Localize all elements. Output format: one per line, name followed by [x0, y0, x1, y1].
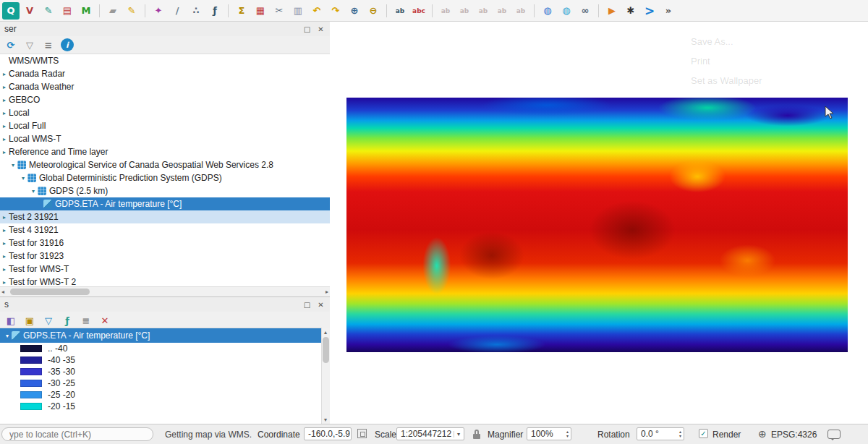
tree-expand-arrow[interactable]: ▸: [0, 227, 9, 234]
collapse-all-icon[interactable]: ≡: [42, 38, 55, 51]
tree-item-test-for-31916[interactable]: ▸ Test for 31916: [0, 236, 330, 249]
vertex-tool-icon[interactable]: ∴: [187, 2, 205, 20]
toolbar-separator[interactable]: [228, 4, 229, 17]
toolbar-separator[interactable]: [99, 4, 100, 17]
field-calculator-icon[interactable]: ▥: [289, 2, 307, 20]
print-layout-icon[interactable]: ▤: [59, 2, 76, 20]
scroll-up-icon[interactable]: ▴: [324, 328, 327, 337]
tree-item-test-for-wms-t-2[interactable]: ▸ Test for WMS-T 2: [0, 276, 330, 287]
tree-expand-arrow[interactable]: ▾: [9, 162, 17, 168]
legend-item[interactable]: -20 -15: [0, 401, 321, 412]
close-panel-icon[interactable]: ✕: [316, 300, 326, 309]
tree-item-canada-radar[interactable]: ▸ Canada Radar: [0, 67, 330, 80]
remove-layer-icon[interactable]: ✕: [98, 314, 111, 327]
label-abc-icon[interactable]: abc: [410, 2, 427, 20]
tree-expand-arrow[interactable]: ▾: [29, 188, 38, 195]
dropdown-arrow-icon[interactable]: ▾: [454, 431, 460, 437]
tree-item-gdps-25km[interactable]: ▾ GDPS (2.5 km): [0, 184, 330, 197]
zoom-in-icon[interactable]: ⊕: [346, 2, 363, 20]
label-unpin-icon[interactable]: ab: [456, 2, 473, 20]
filter-browser-icon[interactable]: ▽: [23, 38, 36, 51]
tree-item-gebco[interactable]: ▸ GEBCO: [0, 93, 330, 106]
tree-item-test-2-31921[interactable]: ▸ Test 2 31921: [0, 210, 330, 223]
scroll-left-icon[interactable]: ◂: [1, 287, 4, 296]
tree-expand-arrow[interactable]: ▸: [0, 136, 9, 142]
scrollbar-thumb[interactable]: [10, 289, 90, 295]
magnifier-spinbox[interactable]: 100% ▴▾: [527, 427, 571, 440]
web-globe-icon[interactable]: ◍: [558, 2, 575, 20]
legend-item[interactable]: -25 -20: [0, 389, 321, 401]
metasearch-globe-icon[interactable]: ◍: [539, 2, 556, 20]
close-panel-icon[interactable]: ✕: [316, 25, 326, 34]
layers-vertical-scrollbar[interactable]: ▴ ▾: [321, 328, 330, 424]
search-binoculars-icon[interactable]: ∞: [576, 2, 594, 20]
tree-expand-arrow[interactable]: ▸: [0, 214, 9, 221]
scrollbar-thumb[interactable]: [323, 337, 329, 363]
rotation-spinbox[interactable]: 0.0 ° ▴▾: [637, 427, 684, 440]
statistics-icon[interactable]: Σ: [233, 2, 250, 20]
spinbox-arrows-icon[interactable]: ▴▾: [679, 430, 681, 438]
coordinate-input[interactable]: -160.0,-5.9: [304, 427, 352, 440]
expression-builder-icon[interactable]: ƒ: [206, 2, 224, 20]
tree-expand-arrow[interactable]: ▸: [0, 253, 9, 260]
extents-icon[interactable]: [357, 429, 367, 438]
open-layer-styling-icon[interactable]: ◧: [4, 314, 17, 327]
legend-item[interactable]: -40 -35: [0, 354, 321, 366]
refresh-icon[interactable]: ⟳: [4, 38, 17, 51]
tree-expand-arrow[interactable]: ▸: [0, 123, 9, 129]
measure-line-icon[interactable]: /: [169, 2, 186, 20]
tree-item-local-full[interactable]: ▸ Local Full: [0, 119, 330, 132]
map-view[interactable]: Save As...PrintSet as Wallpaper: [331, 22, 868, 424]
map-template-icon[interactable]: M: [77, 2, 95, 20]
processing-run-icon[interactable]: ▶: [603, 2, 621, 20]
filter-legend-icon[interactable]: ▽: [42, 314, 55, 327]
edit-pencil-icon[interactable]: ✎: [40, 2, 57, 20]
tree-item-wms-wmts[interactable]: WMS/WMTS: [0, 54, 330, 67]
tree-item-local-wms-t[interactable]: ▸ Local WMS-T: [0, 132, 330, 145]
qgis-logo-icon[interactable]: Q: [2, 2, 20, 20]
tree-expand-arrow[interactable]: ▸: [0, 110, 9, 116]
locator-input[interactable]: [1, 427, 153, 441]
undock-panel-icon[interactable]: □: [302, 25, 312, 34]
map-canvas-raster[interactable]: [346, 98, 848, 352]
label-show-hide-icon[interactable]: ab: [475, 2, 492, 20]
tree-expand-arrow[interactable]: ▸: [0, 71, 9, 77]
label-pin-icon[interactable]: ab: [437, 2, 454, 20]
crs-value[interactable]: EPSG:4326: [771, 430, 817, 440]
legend-item[interactable]: -35 -30: [0, 366, 321, 377]
tree-item-test-for-31923[interactable]: ▸ Test for 31923: [0, 249, 330, 262]
toolbar-separator[interactable]: [598, 4, 599, 17]
attribute-table-icon[interactable]: ▦: [252, 2, 269, 20]
scale-lock-icon[interactable]: [473, 430, 480, 439]
label-toggle-icon[interactable]: ab: [391, 2, 409, 20]
crs-icon[interactable]: ⊕: [758, 428, 767, 440]
scale-combobox[interactable]: 1:205447212 ▾: [396, 427, 464, 440]
messages-bubble-icon[interactable]: [827, 430, 841, 439]
tree-item-gdps-eta-air-temperature[interactable]: GDPS.ETA - Air temperature [°C]: [0, 197, 330, 210]
add-group-icon[interactable]: ▣: [23, 314, 36, 327]
tree-item-test-4-31921[interactable]: ▸ Test 4 31921: [0, 223, 330, 236]
tree-item-local[interactable]: ▸ Local: [0, 106, 330, 119]
tree-item-test-for-wms-t[interactable]: ▸ Test for WMS-T: [0, 262, 330, 276]
toolbar-separator[interactable]: [432, 4, 433, 17]
layer-item-gdps-eta[interactable]: ▾ GDPS.ETA - Air temperature [°C]: [0, 328, 321, 343]
undo-icon[interactable]: ↶: [308, 2, 326, 20]
properties-widget-icon[interactable]: i: [61, 38, 74, 51]
scroll-right-icon[interactable]: ▸: [326, 287, 328, 296]
label-move-icon[interactable]: ab: [493, 2, 511, 20]
paint-roller-icon[interactable]: ▰: [104, 2, 122, 20]
filter-expression-icon[interactable]: ƒ: [61, 314, 74, 327]
tree-expand-arrow[interactable]: ▸: [0, 240, 9, 247]
bookmark-icon[interactable]: ✦: [150, 2, 167, 20]
render-checkbox[interactable]: ✓: [699, 429, 708, 438]
tree-item-meteorological-service[interactable]: ▾ Meteorological Service of Canada Geosp…: [0, 158, 330, 171]
tree-expand-arrow[interactable]: ▾: [3, 333, 12, 339]
legend-item[interactable]: .. -40: [0, 343, 321, 354]
tree-expand-arrow[interactable]: ▸: [0, 97, 9, 103]
tree-expand-arrow[interactable]: ▸: [0, 149, 9, 155]
expand-tree-icon[interactable]: ≡: [80, 314, 93, 327]
tree-expand-arrow[interactable]: ▾: [19, 175, 27, 182]
browser-horizontal-scrollbar[interactable]: ◂ ▸: [0, 286, 330, 296]
tree-expand-arrow[interactable]: ▸: [0, 279, 9, 286]
python-console-icon[interactable]: >: [641, 2, 658, 20]
